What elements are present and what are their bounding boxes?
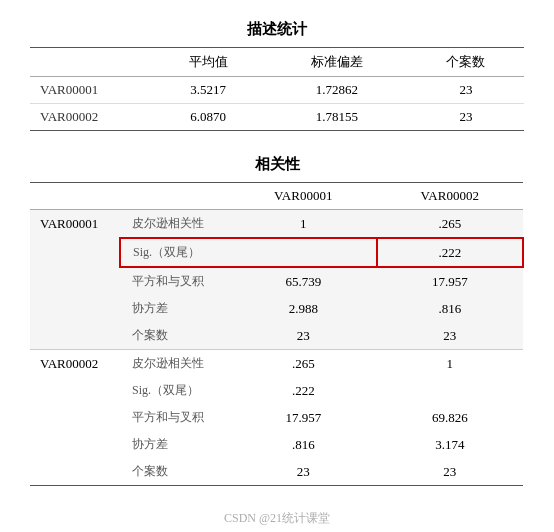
corr-row-label: 皮尔逊相关性 (120, 350, 230, 378)
corr-row-label: 协方差 (120, 295, 230, 322)
desc-row-mean: 6.0870 (150, 104, 266, 131)
desc-row-label: VAR00002 (30, 104, 150, 131)
watermark: CSDN @21统计课堂 (30, 510, 524, 527)
corr-cell-v2: .265 (377, 210, 524, 239)
corr-cell-v2: 23 (377, 322, 524, 350)
corr-title: 相关性 (30, 155, 524, 174)
desc-row-n: 23 (408, 77, 524, 104)
desc-row-n: 23 (408, 104, 524, 131)
corr-cell-v1: 23 (230, 322, 377, 350)
corr-row-label: 协方差 (120, 431, 230, 458)
corr-col-label (120, 183, 230, 210)
corr-row-label: 平方和与叉积 (120, 404, 230, 431)
corr-cell-v2: 17.957 (377, 267, 524, 295)
desc-col-n: 个案数 (408, 48, 524, 77)
corr-row-label: 皮尔逊相关性 (120, 210, 230, 239)
corr-row: VAR00002 皮尔逊相关性 .265 1 (30, 350, 523, 378)
desc-row: VAR00002 6.0870 1.78155 23 (30, 104, 524, 131)
corr-cell-v1: .816 (230, 431, 377, 458)
corr-cell-v1: .265 (230, 350, 377, 378)
desc-row-std: 1.72862 (266, 77, 408, 104)
corr-row-label: 个案数 (120, 458, 230, 486)
desc-header-row: 平均值 标准偏差 个案数 (30, 48, 524, 77)
corr-cell-v2: 23 (377, 458, 524, 486)
corr-var-label: VAR00002 (30, 350, 120, 486)
corr-col-v2: VAR00002 (377, 183, 524, 210)
corr-header-row: VAR00001 VAR00002 (30, 183, 523, 210)
corr-col-var (30, 183, 120, 210)
corr-cell-v1: .222 (230, 377, 377, 404)
desc-row: VAR00001 3.5217 1.72862 23 (30, 77, 524, 104)
corr-row-label: Sig.（双尾） (120, 377, 230, 404)
corr-var-label: VAR00001 (30, 210, 120, 350)
corr-cell-v1: 2.988 (230, 295, 377, 322)
corr-row: VAR00001 皮尔逊相关性 1 .265 (30, 210, 523, 239)
corr-row-label: 个案数 (120, 322, 230, 350)
desc-row-mean: 3.5217 (150, 77, 266, 104)
desc-title: 描述统计 (30, 20, 524, 39)
descriptive-stats-table: 平均值 标准偏差 个案数 VAR00001 3.5217 1.72862 23 … (30, 47, 524, 131)
corr-row-label: Sig.（双尾） (120, 238, 230, 267)
corr-cell-v2-highlight: .222 (377, 238, 524, 267)
corr-cell-v2: 69.826 (377, 404, 524, 431)
corr-row-label: 平方和与叉积 (120, 267, 230, 295)
desc-col-std: 标准偏差 (266, 48, 408, 77)
desc-col-mean: 平均值 (150, 48, 266, 77)
corr-cell-v2 (377, 377, 524, 404)
desc-row-label: VAR00001 (30, 77, 150, 104)
corr-col-v1: VAR00001 (230, 183, 377, 210)
corr-cell-v1: 23 (230, 458, 377, 486)
correlation-table: VAR00001 VAR00002 VAR00001 皮尔逊相关性 1 .265… (30, 182, 524, 486)
corr-cell-v1: 17.957 (230, 404, 377, 431)
corr-cell-v1: 1 (230, 210, 377, 239)
corr-cell-v2: 3.174 (377, 431, 524, 458)
corr-cell-v2: .816 (377, 295, 524, 322)
corr-cell-v2: 1 (377, 350, 524, 378)
corr-cell-v1 (230, 238, 377, 267)
corr-cell-v1: 65.739 (230, 267, 377, 295)
desc-row-std: 1.78155 (266, 104, 408, 131)
desc-col-empty (30, 48, 150, 77)
